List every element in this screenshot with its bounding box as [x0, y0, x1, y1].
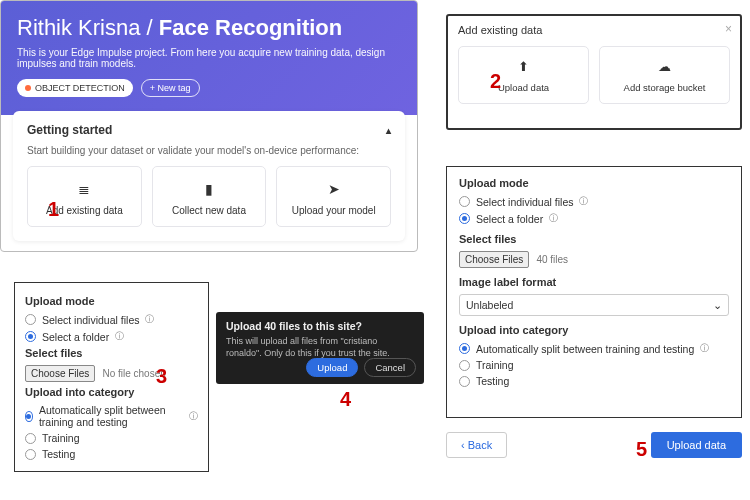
- sensor-icon: ▮: [159, 181, 260, 197]
- cancel-button[interactable]: Cancel: [364, 358, 416, 377]
- radio-individual-files[interactable]: Select individual files ⓘ: [459, 195, 729, 208]
- select-files-header: Select files: [459, 233, 729, 245]
- help-icon[interactable]: ⓘ: [189, 410, 198, 423]
- help-icon[interactable]: ⓘ: [549, 212, 558, 225]
- radio-label: Automatically split between training and…: [476, 343, 694, 355]
- getting-started-card: Getting started ▴ Start building your da…: [13, 111, 405, 241]
- badge-label: OBJECT DETECTION: [35, 83, 125, 93]
- select-files-header: Select files: [25, 347, 198, 359]
- select-value: Unlabeled: [466, 299, 513, 311]
- tile-label: Collect new data: [159, 205, 260, 216]
- confirm-title: Upload 40 files to this site?: [226, 320, 414, 332]
- radio-training[interactable]: Training: [25, 432, 198, 444]
- radio-select-folder[interactable]: Select a folder ⓘ: [25, 330, 198, 343]
- file-hint: 40 files: [536, 254, 568, 265]
- project-subtitle: This is your Edge Impulse project. From …: [17, 47, 401, 69]
- chevron-down-icon: ⌄: [713, 299, 722, 311]
- upload-mode-header: Upload mode: [459, 177, 729, 189]
- radio-icon: [25, 411, 33, 422]
- help-icon[interactable]: ⓘ: [115, 330, 124, 343]
- upload-mode-header: Upload mode: [25, 295, 198, 307]
- tile-collect-new-data[interactable]: ▮ Collect new data: [152, 166, 267, 227]
- upload-form-initial: Upload mode Select individual files ⓘ Se…: [14, 282, 209, 472]
- tile-upload-model[interactable]: ➤ Upload your model: [276, 166, 391, 227]
- step-marker-3: 3: [156, 365, 167, 388]
- radio-label: Testing: [476, 375, 509, 387]
- card-subtitle: Start building your dataset or validate …: [27, 145, 391, 156]
- browser-upload-confirm: Upload 40 files to this site? This will …: [216, 312, 424, 384]
- close-icon[interactable]: ×: [725, 22, 732, 36]
- radio-icon: [459, 343, 470, 354]
- badge-dot-icon: [25, 85, 31, 91]
- upload-data-button[interactable]: Upload data: [651, 432, 742, 458]
- radio-icon: [459, 376, 470, 387]
- object-detection-badge[interactable]: OBJECT DETECTION: [17, 79, 133, 97]
- card-header[interactable]: Getting started ▴: [27, 123, 391, 137]
- owner-name: Rithik Krisna: [17, 15, 140, 40]
- tile-label: Upload your model: [283, 205, 384, 216]
- radio-label: Select a folder: [42, 331, 109, 343]
- radio-icon: [459, 360, 470, 371]
- help-icon[interactable]: ⓘ: [145, 313, 154, 326]
- project-title: Rithik Krisna / Face Recognition: [17, 15, 401, 41]
- radio-individual-files[interactable]: Select individual files ⓘ: [25, 313, 198, 326]
- tile-label: Add storage bucket: [604, 82, 725, 93]
- hero: Rithik Krisna / Face Recognition This is…: [1, 1, 417, 115]
- category-header: Upload into category: [459, 324, 729, 336]
- choose-files-button[interactable]: Choose Files: [25, 365, 95, 382]
- radio-label: Select individual files: [42, 314, 139, 326]
- radio-icon: [459, 196, 470, 207]
- tag-row: OBJECT DETECTION + New tag: [17, 79, 401, 97]
- tile-upload-data[interactable]: ⬆ Upload data: [458, 46, 589, 104]
- new-tag-button[interactable]: + New tag: [141, 79, 200, 97]
- tile-add-storage-bucket[interactable]: ☁ Add storage bucket: [599, 46, 730, 104]
- radio-testing[interactable]: Testing: [25, 448, 198, 460]
- label-format-header: Image label format: [459, 276, 729, 288]
- upload-model-icon: ➤: [283, 181, 384, 197]
- cloud-icon: ☁: [604, 59, 725, 74]
- file-input-row: Choose Files 40 files: [459, 251, 729, 268]
- step-marker-2: 2: [490, 70, 501, 93]
- upload-form-footer: ‹ Back Upload data: [446, 432, 742, 458]
- help-icon[interactable]: ⓘ: [579, 195, 588, 208]
- new-tag-label: + New tag: [150, 83, 191, 93]
- radio-training[interactable]: Training: [459, 359, 729, 371]
- upload-button[interactable]: Upload: [306, 358, 358, 377]
- radio-icon: [25, 331, 36, 342]
- radio-icon: [459, 213, 470, 224]
- step-marker-1: 1: [48, 198, 59, 221]
- radio-auto-split[interactable]: Automatically split between training and…: [459, 342, 729, 355]
- radio-select-folder[interactable]: Select a folder ⓘ: [459, 212, 729, 225]
- back-button[interactable]: ‹ Back: [446, 432, 507, 458]
- project-header-card: Rithik Krisna / Face Recognition This is…: [0, 0, 418, 252]
- modal-title: Add existing data: [458, 24, 730, 36]
- tile-row: ≣ Add existing data ▮ Collect new data ➤…: [27, 166, 391, 227]
- radio-icon: [25, 433, 36, 444]
- project-name: Face Recognition: [159, 15, 342, 40]
- radio-label: Training: [42, 432, 80, 444]
- radio-icon: [25, 449, 36, 460]
- radio-testing[interactable]: Testing: [459, 375, 729, 387]
- tile-add-existing-data[interactable]: ≣ Add existing data: [27, 166, 142, 227]
- step-marker-5: 5: [636, 438, 647, 461]
- confirm-body: This will upload all files from "cristia…: [226, 336, 414, 359]
- title-separator: /: [147, 15, 153, 40]
- radio-label: Automatically split between training and…: [39, 404, 183, 428]
- choose-files-button[interactable]: Choose Files: [459, 251, 529, 268]
- file-input-row: Choose Files No file chosen: [25, 365, 198, 382]
- radio-auto-split[interactable]: Automatically split between training and…: [25, 404, 198, 428]
- radio-label: Select individual files: [476, 196, 573, 208]
- database-icon: ≣: [34, 181, 135, 197]
- category-header: Upload into category: [25, 386, 198, 398]
- label-format-select[interactable]: Unlabeled ⌄: [459, 294, 729, 316]
- tile-label: Upload data: [463, 82, 584, 93]
- upload-form-filled: Upload mode Select individual files ⓘ Se…: [446, 166, 742, 418]
- radio-label: Select a folder: [476, 213, 543, 225]
- card-title: Getting started: [27, 123, 112, 137]
- radio-label: Testing: [42, 448, 75, 460]
- chevron-up-icon: ▴: [386, 125, 391, 136]
- radio-icon: [25, 314, 36, 325]
- confirm-buttons: Upload Cancel: [306, 358, 416, 377]
- radio-label: Training: [476, 359, 514, 371]
- help-icon[interactable]: ⓘ: [700, 342, 709, 355]
